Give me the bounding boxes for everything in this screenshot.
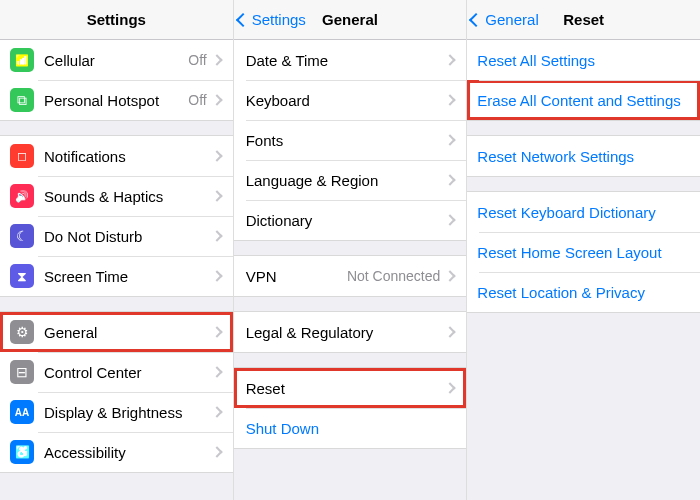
settings-group: VPNNot Connected: [234, 255, 467, 297]
row-label: Accessibility: [44, 444, 213, 461]
chevron-right-icon: [211, 270, 222, 281]
chevron-right-icon: [445, 214, 456, 225]
back-button[interactable]: Settings: [234, 11, 306, 28]
settings-group: Date & TimeKeyboardFontsLanguage & Regio…: [234, 40, 467, 241]
settings-group: CellularOffPersonal HotspotOff: [0, 40, 233, 121]
notif-icon: [10, 144, 34, 168]
row-detail: Not Connected: [347, 268, 440, 284]
row-keyboard[interactable]: Keyboard: [234, 80, 467, 120]
row-label: Fonts: [246, 132, 447, 149]
chevron-right-icon: [445, 270, 456, 281]
row-label: Shut Down: [246, 420, 459, 437]
chevron-right-icon: [445, 54, 456, 65]
row-control-center[interactable]: Control Center: [0, 352, 233, 392]
row-erase-all-content-and-settings[interactable]: Erase All Content and Settings: [467, 80, 700, 120]
panel-3: GeneralResetReset All SettingsErase All …: [467, 0, 700, 500]
row-reset-keyboard-dictionary[interactable]: Reset Keyboard Dictionary: [467, 192, 700, 232]
sound-icon: [10, 184, 34, 208]
row-label: Notifications: [44, 148, 213, 165]
chevron-right-icon: [445, 134, 456, 145]
gear-icon: [10, 320, 34, 344]
settings-group: Legal & Regulatory: [234, 311, 467, 353]
chevron-right-icon: [211, 230, 222, 241]
acc-icon: [10, 440, 34, 464]
chevron-right-icon: [211, 446, 222, 457]
chevron-left-icon: [236, 12, 250, 26]
chevron-right-icon: [211, 94, 222, 105]
row-do-not-disturb[interactable]: Do Not Disturb: [0, 216, 233, 256]
row-reset-home-screen-layout[interactable]: Reset Home Screen Layout: [467, 232, 700, 272]
back-label: General: [485, 11, 538, 28]
row-label: Reset All Settings: [477, 52, 692, 69]
settings-group: ResetShut Down: [234, 367, 467, 449]
row-fonts[interactable]: Fonts: [234, 120, 467, 160]
row-general[interactable]: General: [0, 312, 233, 352]
panel-1: SettingsCellularOffPersonal HotspotOffNo…: [0, 0, 234, 500]
chevron-right-icon: [445, 94, 456, 105]
cell-icon: [10, 48, 34, 72]
row-personal-hotspot[interactable]: Personal HotspotOff: [0, 80, 233, 120]
row-label: Reset: [246, 380, 447, 397]
row-reset[interactable]: Reset: [234, 368, 467, 408]
row-label: Reset Keyboard Dictionary: [477, 204, 692, 221]
row-label: Screen Time: [44, 268, 213, 285]
back-button[interactable]: General: [467, 11, 538, 28]
settings-group: Reset All SettingsErase All Content and …: [467, 40, 700, 121]
chevron-right-icon: [211, 406, 222, 417]
row-label: General: [44, 324, 213, 341]
row-reset-all-settings[interactable]: Reset All Settings: [467, 40, 700, 80]
navbar: Settings: [0, 0, 233, 40]
row-date-time[interactable]: Date & Time: [234, 40, 467, 80]
navbar: GeneralReset: [467, 0, 700, 40]
chevron-right-icon: [211, 190, 222, 201]
chevron-right-icon: [211, 150, 222, 161]
hour-icon: [10, 264, 34, 288]
row-label: Reset Location & Privacy: [477, 284, 692, 301]
row-label: Reset Home Screen Layout: [477, 244, 692, 261]
row-label: Erase All Content and Settings: [477, 92, 692, 109]
back-label: Settings: [252, 11, 306, 28]
settings-group: Reset Network Settings: [467, 135, 700, 177]
panel-2: SettingsGeneralDate & TimeKeyboardFontsL…: [234, 0, 468, 500]
row-detail: Off: [188, 52, 206, 68]
chevron-right-icon: [445, 174, 456, 185]
moon-icon: [10, 224, 34, 248]
chevron-right-icon: [445, 326, 456, 337]
row-accessibility[interactable]: Accessibility: [0, 432, 233, 472]
row-vpn[interactable]: VPNNot Connected: [234, 256, 467, 296]
row-notifications[interactable]: Notifications: [0, 136, 233, 176]
settings-group: Reset Keyboard DictionaryReset Home Scre…: [467, 191, 700, 313]
row-label: Dictionary: [246, 212, 447, 229]
row-screen-time[interactable]: Screen Time: [0, 256, 233, 296]
row-label: VPN: [246, 268, 347, 285]
row-legal-regulatory[interactable]: Legal & Regulatory: [234, 312, 467, 352]
row-label: Reset Network Settings: [477, 148, 692, 165]
chevron-right-icon: [211, 326, 222, 337]
row-dictionary[interactable]: Dictionary: [234, 200, 467, 240]
row-label: Do Not Disturb: [44, 228, 213, 245]
chevron-right-icon: [211, 54, 222, 65]
row-label: Legal & Regulatory: [246, 324, 447, 341]
link-icon: [10, 88, 34, 112]
row-label: Sounds & Haptics: [44, 188, 213, 205]
row-shut-down[interactable]: Shut Down: [234, 408, 467, 448]
row-label: Control Center: [44, 364, 213, 381]
disp-icon: [10, 400, 34, 424]
chevron-right-icon: [211, 366, 222, 377]
row-detail: Off: [188, 92, 206, 108]
row-label: Language & Region: [246, 172, 447, 189]
row-label: Date & Time: [246, 52, 447, 69]
row-reset-location-privacy[interactable]: Reset Location & Privacy: [467, 272, 700, 312]
chevron-left-icon: [469, 12, 483, 26]
settings-group: GeneralControl CenterDisplay & Brightnes…: [0, 311, 233, 473]
row-label: Display & Brightness: [44, 404, 213, 421]
row-cellular[interactable]: CellularOff: [0, 40, 233, 80]
row-language-region[interactable]: Language & Region: [234, 160, 467, 200]
row-display-brightness[interactable]: Display & Brightness: [0, 392, 233, 432]
row-reset-network-settings[interactable]: Reset Network Settings: [467, 136, 700, 176]
settings-group: NotificationsSounds & HapticsDo Not Dist…: [0, 135, 233, 297]
row-label: Cellular: [44, 52, 188, 69]
row-sounds-haptics[interactable]: Sounds & Haptics: [0, 176, 233, 216]
chevron-right-icon: [445, 382, 456, 393]
navbar: SettingsGeneral: [234, 0, 467, 40]
